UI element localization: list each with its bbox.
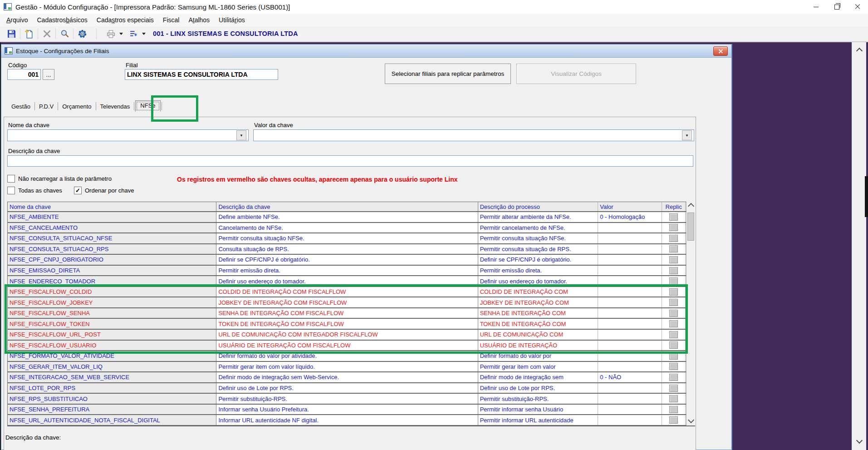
cell-valor[interactable] bbox=[598, 308, 662, 318]
dialog-close-button[interactable] bbox=[713, 46, 728, 56]
replic-checkbox[interactable] bbox=[669, 288, 678, 296]
table-row[interactable]: NFSE_FISCALFLOW_TOKENTOKEN DE INTEGRAÇÃO… bbox=[8, 319, 695, 330]
chevron-down-icon[interactable]: ▼ bbox=[236, 130, 246, 140]
replic-checkbox[interactable] bbox=[669, 416, 678, 424]
cell-nome[interactable]: NFSE_FISCALFLOW_SENHA bbox=[8, 308, 216, 318]
browse-filial-button[interactable]: ... bbox=[43, 69, 54, 80]
header-valor[interactable]: Valor bbox=[598, 202, 662, 211]
replic-checkbox[interactable] bbox=[669, 320, 678, 327]
table-row[interactable]: NFSE_CPF_CNPJ_OBRIGATORIODefinir se CPF/… bbox=[8, 255, 695, 266]
cell-nome[interactable]: NFSE_FORMATO_VALOR_ATIVIDADE bbox=[8, 351, 216, 361]
cell-descricao[interactable]: Definir modo de integração sem Web-Servi… bbox=[216, 372, 478, 382]
minimize-button[interactable] bbox=[805, 0, 826, 14]
cell-nome[interactable]: NFSE_LOTE_POR_RPS bbox=[8, 383, 216, 393]
checkbox-ordenar-por-chave[interactable]: ✓ Ordenar por chave bbox=[74, 187, 134, 194]
cell-processo[interactable]: Permitir informar URL autenticidade bbox=[478, 415, 598, 425]
cell-valor[interactable] bbox=[598, 244, 662, 254]
cell-descricao[interactable]: Definir uso endereço do tomador. bbox=[216, 276, 478, 286]
cell-nome[interactable]: NFSE_FISCALFLOW_USUARIO bbox=[8, 341, 216, 351]
header-descricao[interactable]: Descrição da chave bbox=[216, 202, 478, 211]
chevron-down-icon[interactable]: ▼ bbox=[682, 130, 692, 140]
table-row[interactable]: NFSE_SENHA_PREFEITURAInformar senha Usuá… bbox=[8, 405, 695, 415]
codigo-input[interactable]: 001 bbox=[7, 69, 41, 80]
cell-descricao[interactable]: Informar URL autenticidade NF digital. bbox=[216, 415, 478, 425]
new-document-button[interactable] bbox=[21, 27, 37, 40]
tab-televendas[interactable]: Televendas bbox=[96, 103, 134, 112]
table-row[interactable]: NFSE_FISCALFLOW_USUARIOUSUÁRIO DE INTEGR… bbox=[8, 341, 695, 351]
menu-item-arquivo[interactable]: Arquivo bbox=[2, 14, 32, 26]
replic-checkbox[interactable] bbox=[669, 224, 678, 231]
close-button[interactable] bbox=[847, 0, 868, 14]
print-button[interactable] bbox=[103, 27, 118, 40]
table-row[interactable]: NFSE_CONSULTA_SITUACAO_NFSEPermitir cons… bbox=[8, 233, 695, 244]
cell-processo[interactable]: SENHA DE INTEGRAÇÃO COM bbox=[478, 308, 598, 318]
search-button[interactable] bbox=[57, 27, 72, 40]
print-dropdown-icon[interactable] bbox=[119, 33, 123, 35]
cell-valor[interactable] bbox=[598, 297, 662, 307]
cell-valor[interactable] bbox=[598, 223, 662, 233]
checkbox-box[interactable] bbox=[7, 187, 15, 194]
menu-item-atalhos[interactable]: Atalhos bbox=[184, 14, 214, 26]
replic-checkbox[interactable] bbox=[669, 245, 678, 252]
cell-processo[interactable]: Definir formato do valor por bbox=[478, 351, 598, 361]
replic-checkbox[interactable] bbox=[669, 267, 678, 274]
checkbox-nao-recarregar[interactable]: Não recarregar a lista de parâmetro bbox=[7, 175, 112, 183]
cell-processo[interactable]: Definir uso de Lote por RPS. bbox=[478, 383, 598, 393]
table-row[interactable]: NFSE_LOTE_POR_RPSDefinir uso de Lote por… bbox=[8, 383, 695, 394]
cell-processo[interactable]: Definir uso endereço do tomador. bbox=[478, 276, 598, 286]
cell-valor[interactable] bbox=[598, 330, 662, 340]
cell-descricao[interactable]: Consulta situação de RPS. bbox=[216, 244, 478, 254]
cell-descricao[interactable]: Cancelamento de NFSe. bbox=[216, 223, 478, 233]
cell-descricao[interactable]: SENHA DE INTEGRAÇÃO COM FISCALFLOW bbox=[216, 308, 478, 318]
scroll-up-button[interactable] bbox=[852, 45, 866, 57]
cell-descricao[interactable]: COLDID DE INTEGRAÇÃO COM FISCALFLOW bbox=[216, 287, 478, 297]
cell-valor[interactable] bbox=[598, 362, 662, 372]
dialog-titlebar[interactable]: Estoque - Configurações de Filiais bbox=[1, 45, 731, 58]
cell-descricao[interactable]: Permitir substituição-RPS. bbox=[216, 394, 478, 404]
cell-valor[interactable] bbox=[598, 341, 662, 351]
restore-button[interactable] bbox=[826, 0, 847, 14]
header-processo[interactable]: Descrição do processo bbox=[478, 202, 598, 211]
cell-processo[interactable]: Permitir consulta situação de RPS. bbox=[478, 244, 598, 254]
cell-descricao[interactable]: Informar senha Usuário Prefeitura. bbox=[216, 405, 478, 415]
replicar-parametros-button[interactable]: Selecionar filiais para replicar parâmet… bbox=[385, 64, 511, 84]
cell-processo[interactable]: URL DE COMUNICAÇÃO COM bbox=[478, 330, 598, 340]
cell-valor[interactable] bbox=[598, 287, 662, 297]
cell-nome[interactable]: NFSE_CPF_CNPJ_OBRIGATORIO bbox=[8, 255, 216, 265]
cell-processo[interactable]: COLDID DE INTEGRAÇÃO COM bbox=[478, 287, 598, 297]
export-dropdown-icon[interactable] bbox=[142, 33, 146, 35]
replic-checkbox[interactable] bbox=[669, 310, 678, 317]
table-row[interactable]: NFSE_ENDERECO_TOMADORDefinir uso endereç… bbox=[8, 276, 695, 287]
tab-or-amento[interactable]: Orçamento bbox=[58, 103, 95, 112]
table-row[interactable]: NFSE_URL_AUTENTICIDADE_NOTA_FISCAL_DIGIT… bbox=[8, 415, 695, 426]
cell-valor[interactable] bbox=[598, 233, 662, 243]
replic-checkbox[interactable] bbox=[669, 385, 678, 392]
filial-input[interactable]: LINX SISTEMAS E CONSULTORIA LTDA bbox=[125, 69, 278, 80]
cell-processo[interactable]: JOBKEY DE INTEGRAÇÃO COM bbox=[478, 297, 598, 307]
table-row[interactable]: NFSE_CANCELAMENTOCancelamento de NFSe.Pe… bbox=[8, 223, 695, 234]
cell-descricao[interactable]: Permitir consulta situação NFSe. bbox=[216, 233, 478, 243]
table-row[interactable]: NFSE_INTEGRACAO_SEM_WEB_SERVICEDefinir m… bbox=[8, 372, 695, 383]
cell-valor[interactable]: 0 - NÃO bbox=[598, 372, 662, 382]
cell-nome[interactable]: NFSE_URL_AUTENTICIDADE_NOTA_FISCAL_DIGIT… bbox=[8, 415, 216, 425]
menu-item-cadastros-b-sicos[interactable]: Cadastros básicos bbox=[32, 14, 92, 26]
cell-processo[interactable]: TOKEN DE INTEGRAÇÃO COM bbox=[478, 319, 598, 329]
table-row[interactable]: NFSE_GERAR_ITEM_VALOR_LIQPermitir gerar … bbox=[8, 362, 695, 373]
cell-processo[interactable]: Permitir gerar item com valor bbox=[478, 362, 598, 372]
scroll-down-button[interactable] bbox=[687, 416, 696, 425]
cell-nome[interactable]: NFSE_EMISSAO_DIRETA bbox=[8, 266, 216, 276]
cell-valor[interactable] bbox=[598, 415, 662, 425]
tab-gest-o[interactable]: Gestão bbox=[7, 103, 34, 112]
menu-item-utilit-rios[interactable]: Utilitários bbox=[214, 14, 250, 26]
table-row[interactable]: NFSE_FORMATO_VALOR_ATIVIDADEDefinir form… bbox=[8, 351, 695, 362]
cell-descricao[interactable]: URL DE COMUNICAÇÃO COM INTEGADOR FISCALF… bbox=[216, 330, 478, 340]
valor-chave-combobox[interactable]: ▼ bbox=[253, 129, 694, 141]
cell-descricao[interactable]: Definir uso de Lote por RPS. bbox=[216, 383, 478, 393]
replic-checkbox[interactable] bbox=[669, 352, 678, 360]
cell-descricao[interactable]: JOBKEY DE INTEGRAÇÃO COM FISCALFLOW bbox=[216, 297, 478, 307]
delete-button[interactable] bbox=[39, 27, 54, 40]
cell-descricao[interactable]: Permitir emissão direta. bbox=[216, 266, 478, 276]
cell-nome[interactable]: NFSE_GERAR_ITEM_VALOR_LIQ bbox=[8, 362, 216, 372]
mdi-scrollbar[interactable] bbox=[852, 42, 866, 450]
nome-chave-combobox[interactable]: ▼ bbox=[7, 129, 249, 141]
